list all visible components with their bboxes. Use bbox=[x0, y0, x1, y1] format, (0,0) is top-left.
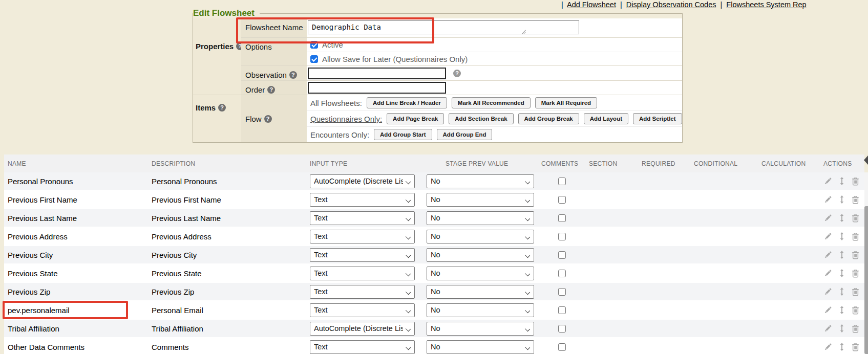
move-up-down-icon[interactable] bbox=[838, 176, 845, 186]
flowsheet-items-table: NAME DESCRIPTION INPUT TYPE STAGE PREV V… bbox=[4, 154, 864, 354]
move-up-down-icon[interactable] bbox=[838, 213, 845, 223]
stage-prev-value-select[interactable]: No bbox=[427, 193, 534, 207]
flow-action-button[interactable]: Add Scriptlet bbox=[633, 113, 682, 124]
table-row: Previous First Name Previous First Name … bbox=[4, 191, 864, 209]
flow-action-button[interactable]: Add Layout bbox=[584, 113, 628, 124]
input-type-select[interactable]: Text bbox=[310, 303, 415, 317]
input-type-value: Text bbox=[314, 214, 328, 222]
move-up-down-icon[interactable] bbox=[838, 305, 845, 315]
edit-pencil-icon[interactable] bbox=[823, 324, 833, 333]
flow-action-button[interactable]: Add Line Break / Header bbox=[367, 97, 447, 108]
stage-prev-value-select[interactable]: No bbox=[427, 230, 534, 244]
flow-action-button[interactable]: Add Group End bbox=[437, 129, 493, 140]
delete-trash-icon[interactable] bbox=[851, 287, 860, 296]
input-type-select[interactable]: Text bbox=[310, 230, 415, 244]
flow-action-button[interactable]: Add Group Start bbox=[374, 129, 432, 140]
stage-prev-value-select[interactable]: No bbox=[427, 211, 534, 225]
delete-trash-icon[interactable] bbox=[851, 269, 860, 278]
flow-action-button[interactable]: Add Page Break bbox=[387, 113, 444, 124]
comments-checkbox[interactable] bbox=[558, 214, 566, 222]
move-up-down-icon[interactable] bbox=[838, 287, 845, 296]
edit-pencil-icon[interactable] bbox=[823, 213, 833, 223]
option-checkbox[interactable] bbox=[310, 41, 318, 49]
comments-checkbox[interactable] bbox=[558, 288, 566, 296]
input-type-value: Text bbox=[314, 195, 328, 204]
edit-pencil-icon[interactable] bbox=[823, 305, 833, 315]
input-type-select[interactable]: Text bbox=[310, 193, 415, 207]
row-description: Comments bbox=[152, 343, 310, 351]
comments-checkbox[interactable] bbox=[558, 251, 566, 259]
edit-pencil-icon[interactable] bbox=[823, 176, 833, 186]
help-icon[interactable] bbox=[289, 71, 297, 79]
flow-action-button[interactable]: Mark All Required bbox=[535, 97, 597, 108]
header-input-type: INPUT TYPE bbox=[310, 160, 427, 167]
properties-label-text: Properties bbox=[196, 42, 234, 51]
stage-prev-value-select[interactable]: No bbox=[427, 267, 534, 280]
input-type-select[interactable]: Text bbox=[310, 267, 415, 280]
comments-checkbox[interactable] bbox=[558, 325, 566, 333]
delete-trash-icon[interactable] bbox=[851, 232, 860, 241]
comments-checkbox[interactable] bbox=[558, 233, 566, 240]
observation-input[interactable] bbox=[308, 68, 446, 79]
move-up-down-icon[interactable] bbox=[838, 269, 845, 278]
stage-prev-value-select[interactable]: No bbox=[427, 322, 534, 336]
edit-pencil-icon[interactable] bbox=[823, 287, 833, 296]
row-name: Previous Address bbox=[4, 232, 152, 241]
edit-pencil-icon[interactable] bbox=[823, 342, 833, 351]
options-label-text: Options bbox=[245, 42, 272, 51]
input-type-select[interactable]: Text bbox=[310, 248, 415, 262]
edit-pencil-icon[interactable] bbox=[823, 232, 833, 241]
comments-checkbox[interactable] bbox=[558, 343, 566, 351]
delete-trash-icon[interactable] bbox=[851, 176, 860, 186]
flow-label: Flow bbox=[241, 95, 307, 142]
move-up-down-icon[interactable] bbox=[838, 232, 845, 241]
move-up-down-icon[interactable] bbox=[838, 250, 845, 259]
input-type-select[interactable]: Text bbox=[310, 285, 415, 299]
delete-trash-icon[interactable] bbox=[851, 195, 860, 204]
nav-separator: | bbox=[718, 1, 725, 9]
input-type-select[interactable]: Text bbox=[310, 211, 415, 225]
delete-trash-icon[interactable] bbox=[851, 324, 860, 333]
stage-prev-value-select[interactable]: No bbox=[427, 303, 534, 317]
input-type-select[interactable]: Text bbox=[310, 340, 415, 354]
flowsheet-name-label-text: Flowsheet Name bbox=[245, 23, 303, 32]
nav-link-add-flowsheet[interactable]: Add Flowsheet bbox=[567, 1, 616, 9]
order-input[interactable] bbox=[308, 82, 446, 94]
edit-pencil-icon[interactable] bbox=[823, 195, 833, 204]
help-icon[interactable] bbox=[218, 104, 226, 112]
move-up-down-icon[interactable] bbox=[838, 324, 845, 333]
move-up-down-icon[interactable] bbox=[838, 195, 845, 204]
help-icon[interactable] bbox=[264, 115, 272, 123]
input-type-select[interactable]: AutoComplete (Discrete List) bbox=[310, 322, 415, 336]
observation-row: Observation bbox=[241, 65, 682, 80]
chevron-down-icon bbox=[406, 234, 411, 239]
help-icon[interactable] bbox=[453, 70, 461, 77]
delete-trash-icon[interactable] bbox=[851, 250, 860, 259]
option-checkbox[interactable] bbox=[310, 55, 318, 63]
delete-trash-icon[interactable] bbox=[851, 305, 860, 315]
delete-trash-icon[interactable] bbox=[851, 213, 860, 223]
move-up-down-icon[interactable] bbox=[838, 342, 845, 351]
comments-checkbox[interactable] bbox=[558, 196, 566, 204]
resize-handle-icon[interactable] bbox=[521, 30, 525, 34]
comments-checkbox[interactable] bbox=[558, 178, 566, 185]
flow-action-button[interactable]: Mark All Recommended bbox=[452, 97, 531, 108]
help-icon[interactable] bbox=[267, 86, 275, 94]
stage-prev-value-select[interactable]: No bbox=[427, 248, 534, 262]
stage-prev-value-select[interactable]: No bbox=[427, 285, 534, 299]
comments-checkbox[interactable] bbox=[558, 306, 566, 314]
flow-action-button[interactable]: Add Section Break bbox=[449, 113, 513, 124]
input-type-select[interactable]: AutoComplete (Discrete List) bbox=[310, 174, 415, 188]
nav-link-display-observation-codes[interactable]: Display Observation Codes bbox=[626, 1, 716, 9]
nav-link-flowsheets-system-report[interactable]: Flowsheets System Rep bbox=[726, 1, 806, 9]
chevron-down-icon bbox=[525, 215, 530, 220]
delete-trash-icon[interactable] bbox=[851, 342, 860, 351]
flowsheet-name-input[interactable]: Demographic Data bbox=[308, 20, 579, 34]
stage-prev-value-select[interactable]: No bbox=[427, 174, 534, 188]
comments-checkbox[interactable] bbox=[558, 270, 566, 277]
flow-action-button[interactable]: Add Group Break bbox=[518, 113, 579, 124]
edit-pencil-icon[interactable] bbox=[823, 250, 833, 259]
stage-prev-value-select[interactable]: No bbox=[427, 340, 534, 354]
vertical-scrollbar-thumb[interactable] bbox=[864, 206, 868, 354]
edit-pencil-icon[interactable] bbox=[823, 269, 833, 278]
